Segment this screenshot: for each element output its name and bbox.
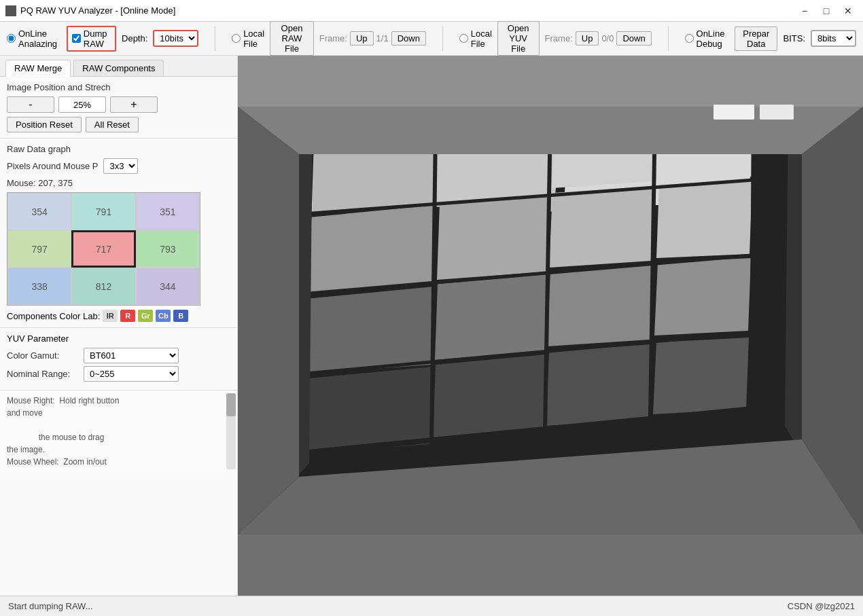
main-layout: RAW Merge RAW Components Image Position … <box>0 56 863 596</box>
raw-data-title: Raw Data graph <box>7 144 230 154</box>
maximize-button[interactable]: □ <box>817 4 836 18</box>
svg-rect-33 <box>238 56 863 107</box>
raw-frame-up-button[interactable]: Up <box>350 31 374 46</box>
open-raw-file-button[interactable]: Open RAW File <box>270 21 314 56</box>
reset-buttons: Position Reset All Reset <box>7 117 230 132</box>
local-file-yuv-section: Local File Open YUV File Frame: Up 0/0 D… <box>459 21 652 56</box>
pixel-cell: 717 <box>71 230 135 268</box>
yuv-frame-up-button[interactable]: Up <box>576 31 599 46</box>
status-left-text: Start dumping RAW... <box>8 601 93 611</box>
divider-3 <box>668 26 669 51</box>
zoom-minus-button[interactable]: - <box>7 96 54 113</box>
comp-cb-badge: Cb <box>156 310 171 322</box>
tabs-container: RAW Merge RAW Components <box>0 56 237 77</box>
nominal-range-select[interactable]: 0~255 16~235 Full <box>84 366 179 382</box>
raw-data-section: Raw Data graph Pixels Around Mouse P 3x3… <box>0 139 237 328</box>
svg-marker-18 <box>654 258 751 336</box>
position-reset-button[interactable]: Position Reset <box>7 117 82 132</box>
local-file-raw-text: Local File <box>243 29 264 49</box>
online-radio[interactable] <box>7 34 16 43</box>
online-debug-radio-label[interactable]: OnLine Debug <box>685 29 729 49</box>
window-controls: − □ ✕ <box>795 4 858 18</box>
tab-raw-components[interactable]: RAW Components <box>73 60 164 76</box>
pixel-cell: 797 <box>7 230 71 268</box>
components-row: Components Color Lab: IR R Gr Cb B <box>7 310 230 322</box>
pixels-label: Pixels Around Mouse P <box>7 161 98 171</box>
pixel-cell: 351 <box>136 193 200 230</box>
help-line <box>7 419 230 431</box>
svg-rect-40 <box>760 105 794 120</box>
all-reset-button[interactable]: All Reset <box>86 117 139 132</box>
components-label: Components Color Lab: <box>7 311 100 321</box>
svg-rect-39 <box>714 105 754 120</box>
raw-frame-label: Frame: <box>319 33 347 43</box>
dump-raw-label: Dump RAW <box>84 29 111 49</box>
svg-marker-16 <box>435 274 547 360</box>
pixel-select-row: Pixels Around Mouse P 3x3 1x1 5x5 <box>7 158 230 174</box>
help-line <box>7 468 230 472</box>
window-title: PQ RAW YUV Analyzer - [Online Mode] <box>20 5 175 16</box>
depth-label: Depth: <box>122 33 147 43</box>
raw-frame-nav: Frame: Up 1/1 Down <box>319 31 426 46</box>
bits-select[interactable]: 8bits 10bits 12bits <box>811 30 856 47</box>
dump-raw-checkbox[interactable] <box>72 34 81 43</box>
image-display-area[interactable] <box>238 56 863 596</box>
local-file-yuv-radio[interactable] <box>459 34 468 43</box>
comp-gr-badge: Gr <box>138 310 153 322</box>
mouse-label: Mouse: <box>7 178 36 188</box>
pixel-cell: 344 <box>136 268 200 305</box>
svg-marker-20 <box>433 355 546 439</box>
online-debug-radio[interactable] <box>685 34 694 43</box>
local-file-yuv-radio-label[interactable]: Local File <box>459 29 492 49</box>
zoom-plus-button[interactable]: + <box>110 96 158 113</box>
prepar-data-button[interactable]: Prepar Data <box>735 26 778 51</box>
yuv-nominal-range-row: Nominal Range: 0~255 16~235 Full <box>7 366 230 382</box>
zoom-display: 25% <box>58 96 106 113</box>
yuv-section: YUV Parameter Color Gamut: BT601 BT709 B… <box>0 328 237 391</box>
yuv-frame-label: Frame: <box>545 33 573 43</box>
pixels-select[interactable]: 3x3 1x1 5x5 <box>103 158 138 174</box>
tab-raw-merge[interactable]: RAW Merge <box>5 60 71 77</box>
comp-b-badge: B <box>173 310 188 322</box>
help-line: Mouse Wheel: Zoom in/out <box>7 456 230 468</box>
yuv-title: YUV Parameter <box>7 333 230 344</box>
mouse-value: 207, 375 <box>38 178 73 188</box>
help-text-area: Mouse Right: Hold right buttonand move t… <box>0 391 237 472</box>
yuv-frame-current: 0/0 <box>601 33 614 43</box>
svg-marker-12 <box>437 195 549 280</box>
color-gamut-select[interactable]: BT601 BT709 BT2020 <box>84 348 179 363</box>
help-line: the image. <box>7 443 230 456</box>
divider-2 <box>442 26 443 51</box>
depth-select[interactable]: 10bits 8bits 12bits 16bits <box>153 30 198 47</box>
help-line: the mouse to drag <box>7 431 230 443</box>
app-icon <box>5 5 16 16</box>
svg-marker-21 <box>546 344 651 426</box>
pixel-cell: 812 <box>71 268 135 305</box>
raw-frame-down-button[interactable]: Down <box>391 31 426 46</box>
minimize-button[interactable]: − <box>795 4 814 18</box>
local-file-raw-section: Local File Open RAW File Frame: Up 1/1 D… <box>232 21 426 56</box>
nominal-range-label: Nominal Range: <box>7 369 78 379</box>
left-panel: RAW Merge RAW Components Image Position … <box>0 56 238 596</box>
pixel-cell: 791 <box>71 193 135 230</box>
local-file-raw-radio[interactable] <box>232 34 241 43</box>
help-scrollbar[interactable] <box>226 393 236 469</box>
svg-marker-22 <box>653 338 749 414</box>
pixel-cell: 793 <box>136 230 200 268</box>
help-line: Mouse Right: Hold right button <box>7 395 230 407</box>
local-file-yuv-text: Local File <box>471 29 492 49</box>
scrollbar-thumb[interactable] <box>226 393 236 416</box>
yuv-frame-down-button[interactable]: Down <box>616 31 651 46</box>
image-position-section: Image Position and Strech - 25% + Positi… <box>0 77 237 139</box>
local-file-raw-radio-label[interactable]: Local File <box>232 29 264 49</box>
camera-image <box>238 56 863 596</box>
online-radio-label[interactable]: OnLine Analazing <box>7 29 61 49</box>
online-debug-text: OnLine Debug <box>697 29 729 49</box>
image-svg <box>238 56 863 596</box>
pixel-cell: 338 <box>7 268 71 305</box>
close-button[interactable]: ✕ <box>839 4 858 18</box>
open-yuv-file-button[interactable]: Open YUV File <box>497 21 540 56</box>
title-bar: PQ RAW YUV Analyzer - [Online Mode] − □ … <box>0 0 863 22</box>
dump-raw-container: Dump RAW <box>67 26 116 52</box>
svg-rect-35 <box>238 535 863 596</box>
